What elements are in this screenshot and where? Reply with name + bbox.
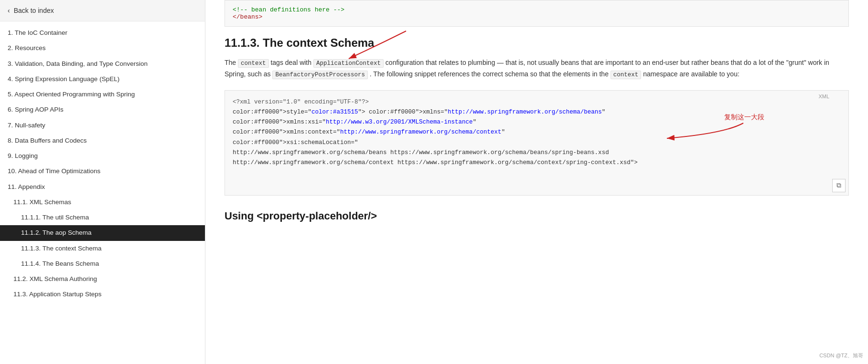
top-code-close: </beans> — [233, 13, 841, 21]
nav-list: 1. The IoC Container2. Resources3. Valid… — [0, 21, 205, 306]
xml-code-line: color:#ff0000">xsi:schemaLocation=" — [233, 138, 841, 148]
xml-code-line — [233, 168, 841, 178]
nav-item-item-7[interactable]: 7. Null-safety — [0, 118, 205, 133]
nav-item-item-11-1-4[interactable]: 11.1.4. The Beans Schema — [0, 256, 205, 271]
xml-lang-label: XML — [818, 94, 829, 99]
top-code-block: <!-- bean definitions here --> </beans> — [225, 0, 849, 27]
xml-code-content: <?xml version="1.0" encoding="UTF-8"?>co… — [225, 91, 848, 195]
xml-code-line: color:#ff0000">xmlns:xsi="http://www.w3.… — [233, 117, 841, 127]
nav-item-item-3[interactable]: 3. Validation, Data Binding, and Type Co… — [0, 56, 205, 72]
main-content: <!-- bean definitions here --> </beans> … — [205, 0, 868, 364]
nav-item-item-11-3[interactable]: 11.3. Application Startup Steps — [0, 287, 205, 302]
csdn-watermark: CSDN @TZ、旭哥 — [819, 352, 863, 359]
nav-item-item-11-1-3[interactable]: 11.1.3. The context Schema — [0, 241, 205, 256]
nav-item-item-10[interactable]: 10. Ahead of Time Optimizations — [0, 164, 205, 179]
nav-item-item-8[interactable]: 8. Data Buffers and Codecs — [0, 133, 205, 148]
xml-code-line — [233, 178, 841, 188]
content-area: <!-- bean definitions here --> </beans> … — [225, 0, 849, 222]
nav-item-item-11[interactable]: 11. Appendix — [0, 179, 205, 195]
nav-item-item-11-1[interactable]: 11.1. XML Schemas — [0, 195, 205, 210]
nav-item-item-1[interactable]: 1. The IoC Container — [0, 25, 205, 41]
nav-item-item-11-1-2[interactable]: 11.1.2. The aop Schema — [0, 225, 205, 240]
xml-code-line: http://www.springframework.org/schema/co… — [233, 158, 841, 168]
copy-code-button[interactable]: ⧉ — [832, 179, 846, 192]
back-arrow-icon: ‹ — [8, 7, 10, 14]
section-description: The context tags deal with ApplicationCo… — [225, 57, 849, 81]
nav-item-item-2[interactable]: 2. Resources — [0, 41, 205, 56]
nav-item-item-4[interactable]: 4. Spring Expression Language (SpEL) — [0, 72, 205, 87]
nav-item-item-6[interactable]: 6. Spring AOP APIs — [0, 102, 205, 117]
xml-code-line: http://www.springframework.org/schema/be… — [233, 148, 841, 158]
xml-code-line: <?xml version="1.0" encoding="UTF-8"?> — [233, 97, 841, 107]
back-to-index-label: Back to index — [14, 7, 54, 14]
xml-code-line: color:#ff0000">xmlns:context="http://www… — [233, 127, 841, 137]
nav-item-item-5[interactable]: 5. Aspect Oriented Programming with Spri… — [0, 87, 205, 102]
xml-code-line: color:#ff0000">style="color:#a31515"> co… — [233, 107, 841, 117]
sidebar: ‹ Back to index 1. The IoC Container2. R… — [0, 0, 205, 364]
back-to-index-link[interactable]: ‹ Back to index — [0, 0, 205, 21]
xml-code-block: XML <?xml version="1.0" encoding="UTF-8"… — [225, 90, 849, 196]
top-code-comment: <!-- bean definitions here --> — [233, 6, 841, 13]
nav-item-item-9[interactable]: 9. Logging — [0, 148, 205, 164]
nav-item-item-11-2[interactable]: 11.2. XML Schema Authoring — [0, 271, 205, 287]
nav-item-item-11-1-1[interactable]: 11.1.1. The util Schema — [0, 210, 205, 225]
bottom-section-heading: Using <property-placeholder/> — [225, 210, 849, 222]
section-heading: 11.1.3. The context Schema — [225, 36, 849, 50]
